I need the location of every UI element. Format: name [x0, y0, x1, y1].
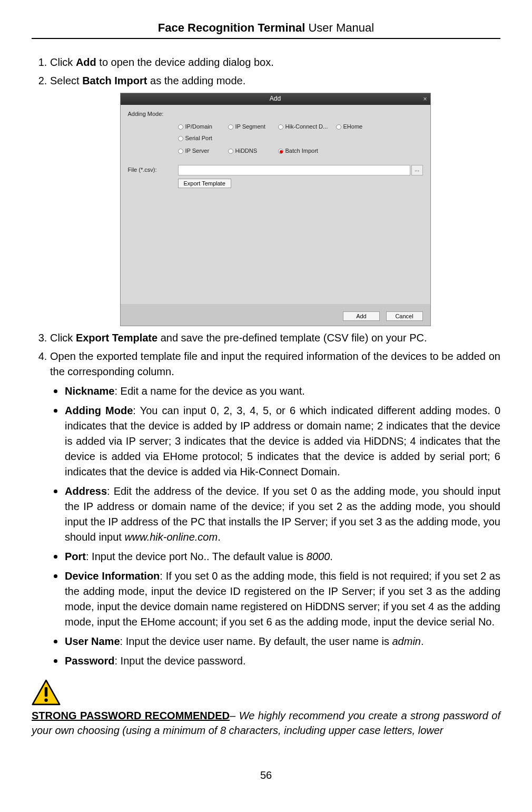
radio-group-row1: IP/Domain IP Segment Hik-Connect D... EH…	[178, 123, 423, 146]
page-number: 56	[32, 769, 500, 781]
svg-point-2	[44, 698, 47, 701]
step-1: Click Add to open the device adding dial…	[50, 55, 500, 70]
radio-ip-domain[interactable]: IP/Domain	[178, 123, 228, 131]
add-dialog-screenshot: Add × Adding Mode: IP/Domain IP Segment …	[120, 93, 431, 326]
step-2: Select Batch Import as the adding mode. …	[50, 73, 500, 326]
cancel-button[interactable]: Cancel	[386, 311, 423, 321]
port-text-b: .	[330, 551, 333, 562]
add-button[interactable]: Add	[343, 311, 380, 321]
file-row: File (*.csv): ...	[128, 165, 423, 175]
export-template-button[interactable]: Export Template	[178, 179, 231, 188]
username-italic: admin	[392, 635, 420, 647]
radio-ip-segment[interactable]: IP Segment	[228, 123, 278, 131]
step-2-bold: Batch Import	[82, 75, 147, 86]
address-italic: www.hik-online.com	[124, 531, 218, 543]
close-icon[interactable]: ×	[423, 95, 427, 104]
adding-mode-label-b: Adding Mode	[65, 405, 133, 416]
step-2-text-b: as the adding mode.	[147, 75, 246, 86]
warning-block: STRONG PASSWORD RECOMMENDED– We highly r…	[32, 679, 500, 738]
step-3: Click Export Template and save the pre-d…	[50, 330, 500, 346]
step-1-bold: Add	[76, 56, 96, 68]
radio-hiddns[interactable]: HiDDNS	[228, 147, 278, 155]
radio-batch-import[interactable]: Batch Import	[278, 147, 336, 155]
field-bullet-list: Nickname: Edit a name for the device as …	[50, 381, 500, 669]
warning-dash: –	[230, 710, 239, 721]
step-2-text-a: Select	[50, 75, 82, 86]
file-label: File (*.csv):	[128, 166, 178, 174]
header-title-light: User Manual	[305, 21, 374, 34]
radio-ip-server[interactable]: IP Server	[178, 147, 228, 155]
warning-title: STRONG PASSWORD RECOMMENDED	[32, 710, 230, 721]
bullet-address: Address: Edit the address of the device.…	[65, 482, 500, 545]
bullet-device-info: Device Information: If you set 0 as the …	[65, 566, 500, 630]
svg-rect-1	[45, 687, 48, 697]
dialog-footer: Add Cancel	[121, 304, 430, 326]
port-text-a: : Input the device port No.. The default…	[86, 551, 307, 562]
bullet-username: User Name: Input the device user name. B…	[65, 632, 500, 649]
header-title: Face Recognition Terminal User Manual	[158, 21, 374, 34]
nickname-text: : Edit a name for the device as you want…	[115, 385, 305, 397]
radio-group-row2: IP Server HiDDNS Batch Import	[178, 147, 423, 159]
step-3-text-b: and save the pre-defined template (CSV f…	[157, 332, 427, 344]
address-label: Address	[65, 485, 107, 497]
adding-mode-label: Adding Mode:	[128, 110, 178, 119]
dialog-body: Adding Mode: IP/Domain IP Segment Hik-Co…	[121, 105, 430, 304]
step-4: Open the exported template file and inpu…	[50, 349, 500, 669]
file-input[interactable]	[178, 165, 410, 175]
browse-button[interactable]: ...	[411, 165, 423, 175]
export-row: Export Template	[178, 179, 423, 188]
nickname-label: Nickname	[65, 385, 115, 397]
username-label: User Name	[65, 635, 120, 647]
port-italic: 8000	[307, 551, 330, 562]
password-label: Password	[65, 655, 114, 667]
radio-serial-port[interactable]: Serial Port	[178, 134, 228, 143]
step-1-text-a: Click	[50, 56, 76, 68]
bullet-password: Password: Input the device password.	[65, 651, 500, 669]
adding-mode-row: Adding Mode:	[128, 110, 423, 119]
header-title-bold: Face Recognition Terminal	[158, 21, 306, 34]
password-text: : Input the device password.	[114, 655, 245, 667]
bullet-port: Port: Input the device port No.. The def…	[65, 547, 500, 564]
address-text-b: .	[218, 531, 221, 543]
bullet-adding-mode: Adding Mode: You can input 0, 2, 3, 4, 5…	[65, 401, 500, 480]
port-label: Port	[65, 551, 86, 562]
dialog-title: Add	[270, 94, 281, 103]
dialog-spacer	[128, 188, 423, 304]
warning-icon	[32, 679, 61, 708]
dialog-titlebar: Add ×	[121, 93, 430, 105]
step-3-text-a: Click	[50, 332, 76, 344]
step-1-text-b: to open the device adding dialog box.	[96, 56, 274, 68]
devinfo-label: Device Information	[65, 570, 160, 582]
username-text-a: : Input the device user name. By default…	[120, 635, 392, 647]
step-3-bold: Export Template	[76, 332, 157, 344]
bullet-nickname: Nickname: Edit a name for the device as …	[65, 381, 500, 399]
step-4-text: Open the exported template file and inpu…	[50, 350, 500, 377]
radio-ehome[interactable]: EHome	[336, 123, 386, 131]
username-text-b: .	[421, 635, 424, 647]
warning-text: STRONG PASSWORD RECOMMENDED– We highly r…	[32, 708, 500, 738]
instruction-list: Click Add to open the device adding dial…	[32, 55, 500, 669]
radio-hik-connect[interactable]: Hik-Connect D...	[278, 123, 336, 131]
page-header: Face Recognition Terminal User Manual	[32, 21, 500, 39]
